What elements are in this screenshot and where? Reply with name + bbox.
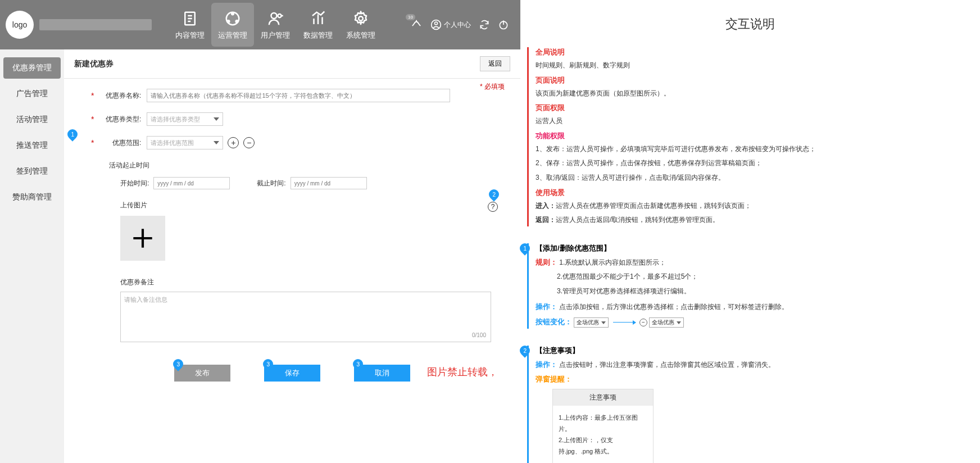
tip-title: 注意事项: [553, 389, 653, 406]
doc-title: 交互说明: [520, 0, 980, 44]
nav-label: 系统管理: [346, 30, 375, 40]
doc-text: 进入：进入：运营人员在优惠券管理页面点击新建优惠券按钮，跳转到该页面；运营人员在…: [536, 200, 973, 212]
doc-text: 该页面为新建优惠券页面（如原型图所示）。: [536, 88, 973, 100]
doc-text: 2.优惠范围最少不能少于1个，最多不超过5个；: [536, 271, 973, 283]
nav-label: 运营管理: [218, 30, 247, 40]
doc-text: 运营人员: [536, 115, 973, 128]
mini-select-before: 全场优惠: [574, 317, 609, 328]
doc-text: 1.系统默认展示内容如原型图所示；: [559, 258, 666, 266]
minus-icon: −: [639, 319, 647, 326]
doc-text: 时间规则、刷新规则、数字规则: [536, 60, 973, 72]
sidebar-item-push[interactable]: 推送管理: [0, 133, 64, 158]
start-time-label: 开始时间:: [120, 179, 149, 188]
nav-data[interactable]: 数据管理: [297, 3, 339, 47]
svg-point-5: [232, 12, 234, 15]
ops-icon: [223, 9, 242, 28]
nav-label: 内容管理: [175, 30, 205, 40]
doc-text: 点击按钮时，弹出注意事项弹窗，点击除弹窗其他区域位置，弹窗消失。: [559, 361, 775, 369]
doc-panel: 交互说明 全局说明 时间规则、刷新规则、数字规则 页面说明 该页面为新建优惠券页…: [520, 0, 980, 463]
user-icon: [266, 9, 285, 28]
doc-text: 2.上传图片：，仅支持.jpg、.png 格式。: [559, 435, 647, 457]
required-note: 必填项: [480, 82, 505, 92]
nav-users[interactable]: 用户管理: [254, 3, 297, 47]
user-circle-icon: [430, 19, 442, 30]
coupon-scope-select[interactable]: 请选择优惠范围: [147, 136, 223, 149]
remark-placeholder: 请输入备注信息: [124, 296, 167, 303]
doc-op-h: 操作：: [536, 302, 557, 311]
doc-perm-heading: 页面权限: [536, 103, 973, 113]
main-content: 新建优惠券 返回 必填项 * 优惠券名称: * 优惠券类型: 请选择优惠券类型: [64, 49, 520, 463]
time-section-label: 活动起止时间: [109, 161, 493, 170]
sidebar-item-activity[interactable]: 活动管理: [0, 107, 64, 133]
doc-page-heading: 页面说明: [536, 75, 973, 85]
annotation-2: 2: [487, 187, 501, 201]
doc-text: 点击添加按钮，后方弹出优惠券选择框；点击删除按钮，可对标签进行删除。: [559, 303, 788, 311]
svg-point-15: [435, 22, 438, 25]
gear-icon: [351, 9, 370, 28]
power-icon[interactable]: [498, 19, 509, 30]
doc-global-heading: 全局说明: [536, 47, 973, 57]
sidebar: 优惠券管理 广告管理 活动管理 推送管理 签到管理 赞助商管理: [0, 49, 64, 463]
svg-point-13: [359, 16, 363, 21]
remark-textarea[interactable]: 请输入备注信息 0/100: [120, 292, 491, 342]
svg-point-6: [236, 20, 238, 22]
start-time-input[interactable]: [153, 177, 230, 189]
nav-label: 数据管理: [303, 30, 333, 40]
nav-label: 用户管理: [261, 30, 290, 40]
top-header: logo 内容管理 运营管理 用户管理 数据管理: [0, 0, 520, 49]
nav-operations[interactable]: 运营管理: [211, 3, 254, 47]
arrow-icon: [613, 322, 636, 323]
svg-point-9: [278, 14, 281, 17]
remark-label: 优惠券备注: [120, 278, 464, 287]
user-center[interactable]: 个人中心: [430, 19, 471, 30]
doc-text: 3、取消/返回：运营人员可进行操作，点击取消/返回内容保存。: [536, 172, 973, 184]
app-name-placeholder: [39, 19, 152, 30]
cancel-button[interactable]: 3取消: [354, 365, 410, 382]
doc-text: 1、发布：运营人员可操作，必填项填写完毕后可进行优惠券发布，发布按钮变为可操作状…: [536, 143, 973, 156]
coupon-name-input[interactable]: [147, 89, 450, 102]
annotation-1: 1: [65, 127, 79, 141]
remark-counter: 0/100: [472, 332, 486, 338]
coupon-name-label: 优惠券名称:: [98, 91, 141, 101]
tip-popup: 注意事项 1.上传内容：最多上传五张图片。 2.上传图片：，仅支持.jpg、.p…: [552, 389, 654, 463]
remove-scope-button[interactable]: −: [243, 137, 255, 148]
required-star: *: [91, 115, 94, 124]
sidebar-item-sponsor[interactable]: 赞助商管理: [0, 184, 64, 210]
help-button[interactable]: ?: [488, 202, 498, 212]
coupon-scope-label: 优惠范围:: [98, 138, 141, 148]
nav-content[interactable]: 内容管理: [169, 3, 211, 47]
doc-sec1-title: 【添加/删除优惠范围】: [536, 243, 973, 253]
back-button[interactable]: 返回: [480, 56, 510, 71]
doc-text: 2、保存：运营人员可操作，点击保存按钮，优惠券保存到运营草稿箱页面；: [536, 157, 973, 170]
doc-rule-h: 规则：: [536, 258, 557, 266]
sidebar-item-ad[interactable]: 广告管理: [0, 81, 64, 107]
annotation-3: 3: [351, 357, 365, 371]
annotation-3: 3: [261, 357, 275, 371]
sidebar-item-coupon[interactable]: 优惠券管理: [3, 57, 61, 79]
publish-button[interactable]: 3发布: [174, 365, 230, 382]
plus-icon: [129, 224, 157, 252]
user-center-label: 个人中心: [444, 20, 471, 30]
end-time-input[interactable]: [291, 177, 367, 189]
add-scope-button[interactable]: +: [228, 137, 239, 148]
doc-sec2-title: 【注意事项】: [536, 346, 973, 356]
coupon-type-select[interactable]: 请选择优惠券类型: [147, 112, 223, 126]
mini-select-after: 全场优惠: [649, 317, 684, 328]
doc-icon: [180, 9, 199, 28]
refresh-icon[interactable]: [479, 19, 490, 30]
doc-btn-change-h: 按钮变化：: [536, 317, 572, 326]
nav-system[interactable]: 系统管理: [339, 3, 382, 47]
doc-text: 返回：运营人员点击返回/取消按钮，跳转到优惠券管理页面。: [536, 214, 973, 226]
upload-image-button[interactable]: [120, 216, 165, 261]
page-title: 新建优惠券: [74, 59, 114, 69]
chart-icon: [308, 9, 328, 28]
doc-text: 1.上传内容：最多上传五张图片。: [559, 412, 647, 435]
save-button[interactable]: 3保存: [264, 365, 320, 382]
logo: logo: [6, 11, 34, 39]
required-star: *: [91, 138, 94, 147]
svg-point-8: [271, 13, 277, 19]
notification-icon[interactable]: [410, 19, 423, 31]
upload-label: 上传图片: [120, 201, 493, 210]
sidebar-item-checkin[interactable]: 签到管理: [0, 158, 64, 184]
coupon-type-label: 优惠券类型:: [98, 115, 141, 124]
